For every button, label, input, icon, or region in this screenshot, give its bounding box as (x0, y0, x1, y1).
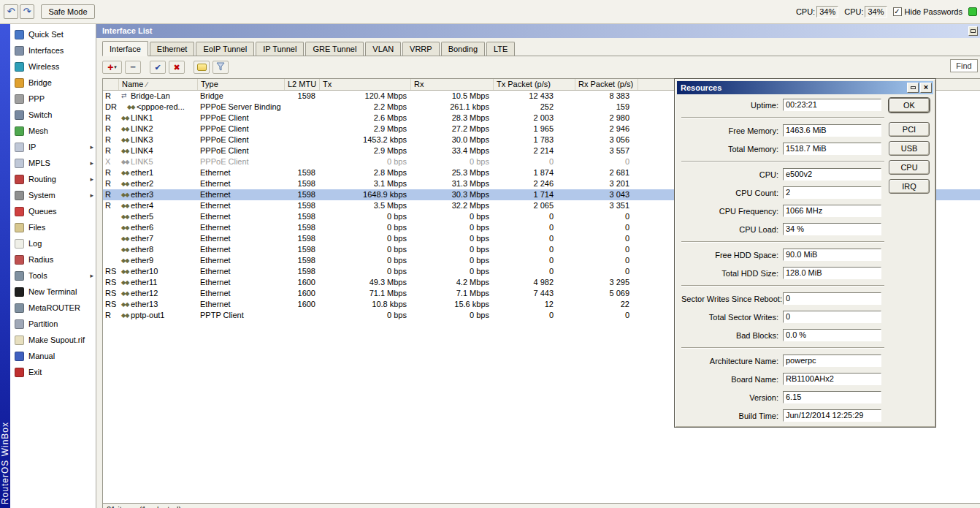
ppp-icon (15, 94, 24, 104)
flags-cell: R (103, 134, 119, 145)
safe-mode-button[interactable]: Safe Mode (41, 4, 95, 19)
field-value[interactable]: 00:23:21 (783, 99, 881, 111)
sidebar-item-metarouter[interactable]: MetaROUTER (10, 300, 96, 316)
ethernet-interface-icon: ◆◆ (120, 222, 131, 233)
field-value[interactable]: powerpc (783, 355, 881, 367)
l2mtu-cell: 1598 (285, 167, 320, 178)
sidebar-item-routing[interactable]: Routing▸ (10, 171, 96, 187)
sidebar-item-log[interactable]: Log (10, 235, 96, 251)
remove-button[interactable]: − (125, 61, 141, 74)
column-header-flags[interactable] (103, 79, 119, 90)
close-button[interactable]: × (920, 83, 932, 93)
sidebar-item-manual[interactable]: Manual (10, 348, 96, 364)
sidebar-item-interfaces[interactable]: Interfaces (10, 42, 96, 58)
sidebar-item-mesh[interactable]: Mesh (10, 123, 96, 139)
tx-cell: 3.1 Mbps (320, 178, 411, 189)
column-header-rx[interactable]: Rx (411, 79, 494, 90)
undo-button[interactable]: ↶ (4, 4, 18, 19)
sidebar-item-ppp[interactable]: PPP (10, 91, 96, 107)
irq-button[interactable]: IRQ (889, 179, 930, 194)
field-value[interactable]: 0 (783, 311, 881, 323)
sidebar-item-radius[interactable]: Radius (10, 251, 96, 268)
tab-bonding[interactable]: Bonding (441, 42, 485, 56)
field-value[interactable]: 1518.7 MiB (783, 143, 881, 155)
tab-vlan[interactable]: VLAN (365, 42, 401, 56)
find-button[interactable]: Find (950, 59, 978, 72)
sidebar-item-quick-set[interactable]: Quick Set (10, 26, 96, 42)
rx-packets-cell: 5 069 (575, 288, 638, 299)
field-value[interactable]: Jun/12/2014 12:25:29 (783, 409, 881, 422)
tx-cell: 2.9 Mbps (320, 145, 411, 156)
rx-packets-cell: 2 980 (575, 113, 638, 124)
field-value[interactable]: 34 % (783, 223, 881, 235)
sidebar-item-exit[interactable]: Exit (10, 364, 96, 380)
field-value[interactable]: 0.0 % (783, 329, 881, 341)
top-toolbar: ↶ ↷ Safe Mode CPU: 34% CPU: 34% ✓ Hide P… (0, 0, 980, 24)
tx-packets-cell: 0 (494, 266, 575, 277)
usb-button[interactable]: USB (889, 141, 930, 156)
disable-button[interactable]: ✖ (169, 61, 185, 74)
field-value[interactable]: 2 (783, 186, 881, 199)
sidebar-item-files[interactable]: Files (10, 219, 96, 235)
group-separator (681, 347, 884, 349)
field-value[interactable]: 1066 MHz (783, 205, 881, 217)
comment-button[interactable] (194, 61, 210, 74)
cpu-button[interactable]: CPU (889, 160, 930, 175)
tab-eoip-tunnel[interactable]: EoIP Tunnel (196, 42, 254, 56)
column-header-l2-mtu[interactable]: L2 MTU (285, 79, 320, 90)
field-value[interactable]: 128.0 MiB (783, 267, 881, 279)
tab-vrrp[interactable]: VRRP (402, 42, 440, 56)
bridge-icon (15, 78, 24, 88)
pci-button[interactable]: PCI (889, 122, 930, 137)
sidebar-item-switch[interactable]: Switch (10, 107, 96, 123)
sidebar-item-mpls[interactable]: MPLS▸ (10, 155, 96, 171)
checkbox-icon[interactable]: ✓ (893, 7, 902, 16)
queues-icon (15, 207, 24, 216)
field-value[interactable]: e500v2 (783, 168, 881, 181)
tab-ip-tunnel[interactable]: IP Tunnel (256, 42, 304, 56)
brand-text: RouterOS WinBox (0, 422, 10, 504)
sidebar-item-system[interactable]: System▸ (10, 187, 96, 203)
window-titlebar[interactable]: Interface List (96, 24, 980, 38)
sidebar-item-make-supout-rif[interactable]: Make Supout.rif (10, 332, 96, 348)
sidebar-item-label: Manual (28, 352, 55, 360)
comment-icon (197, 64, 207, 71)
tab-gre-tunnel[interactable]: GRE Tunnel (305, 42, 364, 56)
field-value[interactable]: 6.15 (783, 391, 881, 403)
ok-button[interactable]: OK (889, 98, 930, 113)
tab-interface[interactable]: Interface (102, 41, 148, 56)
sidebar-item-bridge[interactable]: Bridge (10, 75, 96, 91)
field-value[interactable]: RB1100AHx2 (783, 373, 881, 385)
column-header-type[interactable]: Type (198, 79, 285, 90)
column-header-tx-packet-p-s[interactable]: Tx Packet (p/s) (494, 79, 575, 90)
sidebar-item-new-terminal[interactable]: New Terminal (10, 284, 96, 300)
field-value[interactable]: 90.0 MiB (783, 249, 881, 261)
sidebar-item-partition[interactable]: Partition (10, 316, 96, 332)
window-button[interactable] (968, 26, 978, 36)
hide-passwords-toggle[interactable]: ✓ Hide Passwords (893, 7, 962, 16)
rx-packets-cell: 0 (575, 266, 638, 277)
column-header-rx-packet-p-s[interactable]: Rx Packet (p/s) (575, 79, 638, 90)
tab-lte[interactable]: LTE (486, 42, 515, 56)
field-value[interactable]: 0 (783, 292, 881, 305)
add-button[interactable]: + ▾ (102, 61, 122, 74)
pppoe-interface-icon: ◆◆ (120, 145, 131, 156)
interface-name: ether4 (131, 201, 153, 210)
dialog-titlebar[interactable]: Resources × (677, 81, 933, 94)
tab-ethernet[interactable]: Ethernet (150, 42, 195, 56)
dialog-title: Resources (681, 83, 721, 92)
column-header-tx[interactable]: Tx (320, 79, 411, 90)
enable-button[interactable]: ✔ (150, 61, 166, 74)
filter-button[interactable] (213, 61, 229, 74)
minimize-button[interactable] (907, 83, 919, 93)
redo-button[interactable]: ↷ (20, 4, 34, 19)
sidebar-item-wireless[interactable]: Wireless (10, 58, 96, 75)
sidebar-item-tools[interactable]: Tools▸ (10, 268, 96, 284)
sidebar-item-queues[interactable]: Queues (10, 203, 96, 219)
type-cell: PPPoE Client (198, 113, 285, 124)
field-value[interactable]: 1463.6 MiB (783, 124, 881, 137)
flags-cell: RS (103, 299, 119, 310)
sidebar-item-ip[interactable]: IP▸ (10, 139, 96, 155)
sidebar-item-label: Interfaces (28, 46, 64, 55)
column-header-name[interactable]: Name∕ (119, 79, 198, 90)
